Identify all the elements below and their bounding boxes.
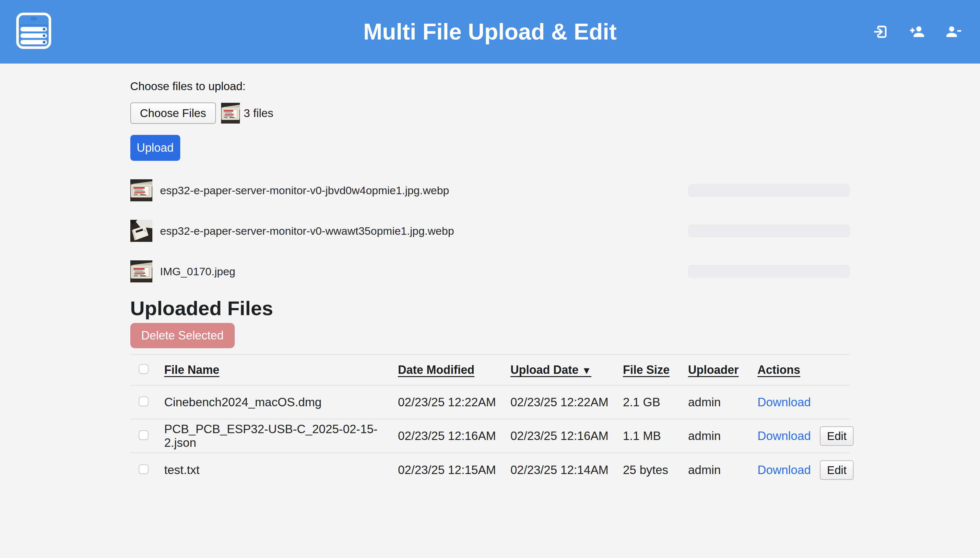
download-link[interactable]: Download — [758, 396, 811, 409]
table-row: test.txt 02/23/25 12:15AM 02/23/25 12:14… — [130, 453, 850, 487]
person-add-icon[interactable] — [909, 23, 926, 40]
select-all-checkbox[interactable] — [139, 364, 149, 374]
header-icon-group — [872, 0, 962, 64]
column-header-upload-date[interactable]: Upload Date ▼ — [511, 355, 623, 386]
file-thumbnail — [130, 220, 152, 242]
upload-progress-bar — [688, 184, 850, 197]
column-header-date-modified[interactable]: Date Modified — [398, 355, 511, 386]
cell-file-name: test.txt — [164, 453, 398, 487]
app-header: Multi File Upload & Edit — [0, 0, 980, 64]
upload-progress-bar — [688, 224, 850, 237]
upload-queue-item: IMG_0170.jpeg — [130, 260, 850, 282]
upload-progress-bar — [688, 265, 850, 278]
cell-date-modified: 02/23/25 12:15AM — [398, 453, 511, 487]
table-row: Cinebench2024_macOS.dmg 02/23/25 12:22AM… — [130, 386, 850, 419]
upload-file-name: esp32-e-paper-server-monitor-v0-jbvd0w4o… — [160, 184, 449, 197]
row-checkbox[interactable] — [139, 397, 149, 406]
table-header-row: File Name Date Modified Upload Date ▼ Fi… — [130, 355, 850, 386]
upload-queue-item: esp32-e-paper-server-monitor-v0-jbvd0w4o… — [130, 179, 850, 201]
row-checkbox[interactable] — [139, 430, 149, 440]
table-row: PCB_PCB_ESP32-USB-C_2025-02-15-2.json 02… — [130, 419, 850, 453]
cell-date-modified: 02/23/25 12:16AM — [398, 419, 511, 453]
cell-file-name: PCB_PCB_ESP32-USB-C_2025-02-15-2.json — [164, 419, 398, 453]
server-logo-icon — [16, 11, 52, 50]
upload-queue-item: esp32-e-paper-server-monitor-v0-wwawt35o… — [130, 220, 850, 242]
cell-upload-date: 02/23/25 12:22AM — [511, 386, 623, 419]
delete-selected-button[interactable]: Delete Selected — [130, 323, 235, 348]
cell-upload-date: 02/23/25 12:16AM — [511, 419, 623, 453]
uploaded-files-table: File Name Date Modified Upload Date ▼ Fi… — [130, 354, 850, 487]
file-thumbnail — [130, 260, 152, 282]
edit-button[interactable]: Edit — [820, 427, 854, 446]
file-input-row: Choose Files 3 files — [130, 102, 850, 124]
column-header-uploader[interactable]: Uploader — [688, 355, 758, 386]
cell-upload-date: 02/23/25 12:14AM — [511, 453, 623, 487]
main-content: Choose files to upload: Choose Files 3 f… — [130, 64, 850, 487]
cell-file-size: 25 bytes — [623, 453, 688, 487]
download-link[interactable]: Download — [758, 429, 811, 443]
cell-file-size: 2.1 GB — [623, 386, 688, 419]
upload-file-name: IMG_0170.jpeg — [160, 265, 236, 278]
login-icon[interactable] — [872, 23, 889, 40]
sort-descending-icon: ▼ — [582, 365, 592, 376]
cell-file-size: 1.1 MB — [623, 419, 688, 453]
cell-uploader: admin — [688, 453, 758, 487]
row-checkbox[interactable] — [139, 464, 149, 474]
upload-button[interactable]: Upload — [130, 135, 180, 161]
column-header-file-size[interactable]: File Size — [623, 355, 688, 386]
upload-file-name: esp32-e-paper-server-monitor-v0-wwawt35o… — [160, 225, 454, 237]
column-header-actions[interactable]: Actions — [758, 355, 850, 386]
download-link[interactable]: Download — [758, 463, 811, 477]
person-remove-icon[interactable] — [945, 23, 962, 40]
selected-files-thumbnail — [221, 103, 240, 123]
cell-date-modified: 02/23/25 12:22AM — [398, 386, 511, 419]
page-title: Multi File Upload & Edit — [0, 19, 980, 45]
column-header-file-name[interactable]: File Name — [164, 355, 398, 386]
file-thumbnail — [130, 179, 152, 201]
choose-files-button[interactable]: Choose Files — [130, 102, 216, 124]
cell-uploader: admin — [688, 419, 758, 453]
uploaded-files-heading: Uploaded Files — [130, 297, 850, 320]
edit-button[interactable]: Edit — [820, 460, 854, 480]
choose-files-label: Choose files to upload: — [130, 64, 850, 93]
cell-file-name: Cinebench2024_macOS.dmg — [164, 386, 398, 419]
cell-uploader: admin — [688, 386, 758, 419]
file-count-text: 3 files — [244, 107, 273, 120]
